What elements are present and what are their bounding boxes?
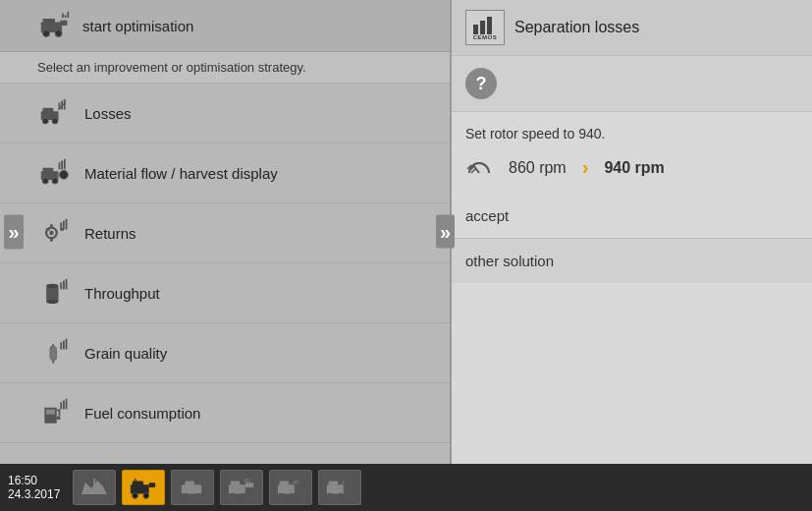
svg-rect-26 [50, 224, 53, 228]
rpm-from-value: 860 rpm [509, 159, 567, 177]
status-icon-thresher[interactable]: 4D [220, 470, 263, 505]
svg-rect-48 [46, 409, 55, 414]
status-icon-separator[interactable]: 4D [269, 470, 312, 505]
svg-text:4D: 4D [293, 480, 299, 485]
right-header: CEMOS Separation losses [452, 0, 812, 56]
svg-point-3 [55, 29, 62, 36]
status-date: 24.3.2017 [8, 487, 67, 501]
svg-rect-85 [329, 481, 338, 486]
svg-rect-33 [46, 286, 58, 302]
svg-line-61 [471, 169, 475, 173]
svg-rect-4 [60, 21, 67, 26]
menu-item-losses[interactable]: Losses [0, 84, 450, 143]
svg-rect-57 [487, 17, 492, 34]
svg-line-58 [473, 165, 479, 173]
question-row: ? [452, 56, 812, 112]
losses-icon [37, 95, 73, 131]
returns-icon [37, 215, 73, 251]
svg-rect-37 [63, 281, 65, 290]
throughput-icon [37, 275, 73, 311]
svg-text:A: A [342, 481, 346, 485]
svg-rect-1 [43, 19, 55, 24]
svg-rect-50 [59, 409, 61, 416]
accept-button[interactable]: accept [452, 194, 812, 239]
svg-rect-7 [67, 12, 69, 18]
cemos-label: CEMOS [473, 34, 498, 40]
start-optimisation-icon [37, 8, 73, 43]
status-icon-combine[interactable]: A [122, 470, 165, 505]
svg-point-19 [52, 178, 58, 184]
svg-point-18 [42, 178, 48, 184]
status-icon-field[interactable] [73, 470, 116, 505]
material-flow-label: Material flow / harvest display [84, 165, 278, 182]
main-content: » start optimisation [0, 0, 812, 464]
question-icon: ? [465, 68, 497, 99]
status-time-block: 16:50 24.3.2017 [8, 474, 67, 501]
svg-point-34 [46, 284, 58, 288]
right-header-title: Separation losses [514, 19, 639, 36]
svg-point-82 [289, 493, 295, 499]
svg-point-11 [52, 118, 58, 124]
right-chevron-icon[interactable]: » [436, 215, 455, 249]
menu-item-returns[interactable]: Returns [0, 203, 450, 263]
svg-rect-31 [63, 221, 65, 230]
cemos-icon: CEMOS [465, 10, 505, 45]
svg-rect-6 [65, 15, 67, 18]
svg-rect-80 [280, 481, 289, 486]
menu-item-fuel-consumption[interactable]: Fuel consumption [0, 383, 450, 443]
svg-point-25 [49, 231, 53, 235]
status-icon-vehicle[interactable] [171, 470, 214, 505]
svg-rect-38 [66, 279, 68, 290]
svg-rect-27 [50, 238, 53, 242]
rpm-row: 860 rpm › 940 rpm [452, 149, 812, 194]
svg-rect-23 [64, 159, 66, 170]
svg-rect-21 [59, 162, 61, 169]
menu-item-grain-quality[interactable]: Grain quality [0, 323, 450, 383]
svg-rect-5 [62, 14, 64, 18]
other-solution-button[interactable]: other solution [452, 239, 812, 283]
svg-rect-52 [60, 402, 62, 409]
svg-rect-32 [66, 219, 68, 230]
rpm-arrow-icon: › [582, 156, 589, 179]
svg-rect-67 [149, 483, 156, 487]
svg-point-72 [195, 493, 201, 499]
subtitle-text: Select an improvement or optimisation st… [0, 52, 450, 84]
right-nav-arrow[interactable]: » [436, 221, 455, 244]
grain-quality-icon [37, 335, 73, 370]
svg-rect-28 [46, 228, 50, 231]
svg-rect-45 [63, 341, 65, 350]
svg-rect-44 [60, 342, 62, 349]
rpm-to-value: 940 rpm [604, 159, 664, 177]
svg-rect-54 [66, 399, 68, 410]
menu-item-throughput[interactable]: Throughput [0, 263, 450, 323]
left-nav-arrow[interactable]: » [0, 215, 27, 250]
start-optimisation-row[interactable]: start optimisation [0, 0, 450, 52]
menu-item-material-flow[interactable]: Material flow / harvest display [0, 143, 450, 203]
svg-point-35 [46, 300, 58, 304]
svg-point-65 [133, 493, 138, 499]
svg-rect-55 [473, 25, 478, 34]
rpm-gauge-icon [465, 155, 493, 180]
svg-point-10 [42, 118, 48, 124]
svg-rect-70 [186, 481, 194, 486]
set-rotor-text: Set rotor speed to 940. [452, 112, 812, 149]
svg-rect-46 [66, 339, 68, 350]
status-icon-crop[interactable]: A [318, 470, 361, 505]
svg-rect-22 [61, 161, 63, 170]
left-chevron-icon[interactable]: » [4, 215, 23, 250]
material-flow-icon [37, 155, 73, 191]
returns-label: Returns [84, 225, 136, 242]
svg-point-20 [59, 170, 68, 179]
svg-point-86 [328, 493, 334, 499]
fuel-consumption-label: Fuel consumption [84, 405, 200, 422]
fuel-consumption-icon [37, 395, 73, 430]
svg-point-87 [338, 493, 344, 499]
svg-text:4D: 4D [244, 478, 250, 483]
svg-rect-9 [43, 108, 54, 113]
start-optimisation-label: start optimisation [82, 18, 193, 34]
svg-point-2 [43, 29, 50, 36]
svg-point-81 [279, 493, 285, 499]
svg-rect-36 [60, 282, 62, 289]
svg-point-66 [143, 493, 149, 499]
status-bar: 16:50 24.3.2017 A [0, 464, 812, 511]
